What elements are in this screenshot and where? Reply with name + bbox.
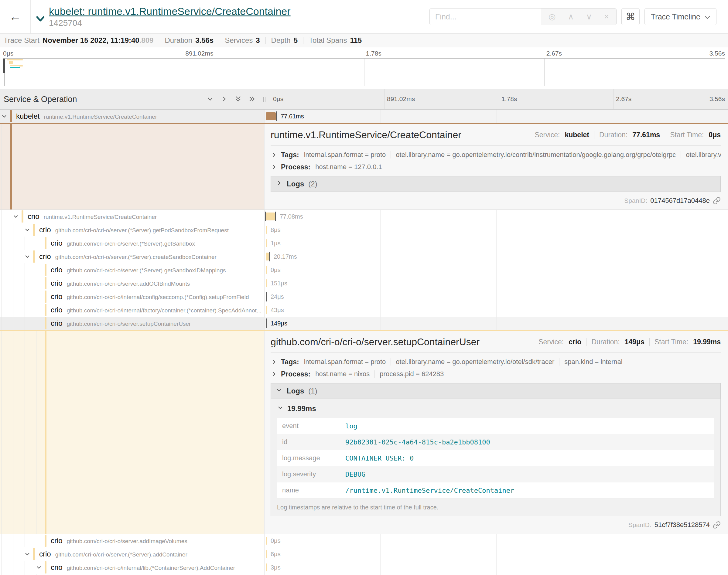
axis-tick: 3.56s xyxy=(709,95,725,103)
span-duration-bar[interactable] xyxy=(266,112,276,120)
expand-one-icon[interactable] xyxy=(217,94,231,105)
next-match-icon[interactable]: ∨ xyxy=(586,12,592,22)
span-timeline-cell[interactable]: 77.61ms xyxy=(264,110,728,123)
prev-match-icon[interactable]: ∧ xyxy=(568,12,574,22)
find-nav-icons: ◎ ∧ ∨ × xyxy=(541,8,616,25)
expand-all-icon[interactable] xyxy=(245,94,259,105)
span-duration-bar[interactable] xyxy=(266,212,275,221)
span-duration-bar[interactable] xyxy=(266,564,267,571)
span-name-cell[interactable]: criogithub.com/cri-o/cri-o/server.(*Serv… xyxy=(0,250,264,263)
span-timeline-cell[interactable]: 43μs xyxy=(264,303,728,317)
span-duration-bar[interactable] xyxy=(266,306,267,314)
logs-label: Logs xyxy=(287,180,304,188)
log-entry-timestamp[interactable]: 19.99ms xyxy=(277,404,714,413)
span-name-cell[interactable]: criogithub.com/cri-o/cri-o/internal/conf… xyxy=(0,290,264,303)
span-row[interactable]: criogithub.com/cri-o/cri-o/internal/fact… xyxy=(0,303,728,317)
span-row[interactable]: criogithub.com/cri-o/cri-o/server.(*Serv… xyxy=(0,223,728,236)
process-row[interactable]: Process:host.name = nixosprocess.pid = 6… xyxy=(271,368,721,380)
span-row[interactable]: criogithub.com/cri-o/cri-o/server.(*Serv… xyxy=(0,236,728,250)
span-timeline-cell[interactable]: 0μs xyxy=(264,263,728,277)
span-duration-bar[interactable] xyxy=(266,550,267,558)
span-row[interactable]: criogithub.com/cri-o/cri-o/server.addIma… xyxy=(0,534,728,547)
minimap-canvas[interactable] xyxy=(3,58,725,86)
trace-title-link[interactable]: kubelet: runtime.v1.RuntimeService/Creat… xyxy=(49,5,291,17)
row-expander-chevron-icon[interactable] xyxy=(1,113,8,120)
row-expander-chevron-icon[interactable] xyxy=(24,551,31,557)
span-duration-bar[interactable] xyxy=(266,226,267,234)
detail-header: runtime.v1.RuntimeService/CreateContaine… xyxy=(271,129,721,141)
span-timeline-cell[interactable]: 77.08ms xyxy=(264,210,728,223)
tags-row[interactable]: Tags:internal.span.format = protootel.li… xyxy=(271,149,721,161)
collapse-all-icon[interactable] xyxy=(231,94,245,105)
span-row[interactable]: criogithub.com/cri-o/cri-o/server.setupC… xyxy=(0,317,728,330)
find-input[interactable] xyxy=(430,8,541,25)
span-name-cell[interactable]: kubeletruntime.v1.RuntimeService/CreateC… xyxy=(0,110,264,123)
row-expander-chevron-icon[interactable] xyxy=(24,253,31,260)
span-name-cell[interactable]: criogithub.com/cri-o/cri-o/server.(*Serv… xyxy=(0,547,264,561)
span-name-cell[interactable]: criogithub.com/cri-o/cri-o/server.setupC… xyxy=(0,317,264,330)
span-row[interactable]: criogithub.com/cri-o/cri-o/server.(*Serv… xyxy=(0,547,728,561)
span-labels: criogithub.com/cri-o/cri-o/server.(*Serv… xyxy=(39,226,262,234)
span-row[interactable]: kubeletruntime.v1.RuntimeService/CreateC… xyxy=(0,110,728,123)
service-color-bar xyxy=(45,304,46,316)
span-name-cell[interactable]: crioruntime.v1.RuntimeService/CreateCont… xyxy=(0,210,264,223)
span-name-cell[interactable]: criogithub.com/cri-o/cri-o/server.(*Serv… xyxy=(0,223,264,236)
collapse-one-icon[interactable] xyxy=(203,94,217,105)
row-expander-chevron-icon[interactable] xyxy=(12,213,19,220)
span-timeline-cell[interactable]: 8μs xyxy=(264,223,728,236)
span-duration-label: 149μs xyxy=(271,320,287,327)
span-name-cell[interactable]: criogithub.com/cri-o/cri-o/server.addOCI… xyxy=(0,277,264,290)
service-color-bar xyxy=(33,548,35,560)
chevron-down-icon xyxy=(705,12,710,21)
span-timeline-cell[interactable]: 6μs xyxy=(264,547,728,561)
trace-collapse-chevron-icon[interactable] xyxy=(36,16,45,24)
minimap-gridline xyxy=(544,59,544,86)
span-detail-row: github.com/cri-o/cri-o/server.setupConta… xyxy=(0,330,728,534)
span-name-cell[interactable]: criogithub.com/cri-o/cri-o/server.(*Serv… xyxy=(0,263,264,277)
span-timeline-cell[interactable]: 151μs xyxy=(264,277,728,290)
span-row[interactable]: criogithub.com/cri-o/cri-o/internal/conf… xyxy=(0,290,728,303)
span-row[interactable]: criogithub.com/cri-o/cri-o/server.(*Serv… xyxy=(0,250,728,263)
span-timeline-cell[interactable]: 20.17ms xyxy=(264,250,728,263)
keyboard-shortcuts-button[interactable]: ⌘ xyxy=(621,8,640,25)
back-button[interactable]: ← xyxy=(0,0,30,33)
span-duration-bar[interactable] xyxy=(266,537,267,545)
span-row[interactable]: criogithub.com/cri-o/cri-o/internal/lib.… xyxy=(0,561,728,574)
deep-link-icon[interactable] xyxy=(713,197,721,205)
span-timeline-cell[interactable]: 0μs xyxy=(264,534,728,547)
span-row[interactable]: criogithub.com/cri-o/cri-o/server.addOCI… xyxy=(0,277,728,290)
span-timeline-cell[interactable]: 24μs xyxy=(264,290,728,303)
span-name-cell[interactable]: criogithub.com/cri-o/cri-o/server.addIma… xyxy=(0,534,264,547)
span-name-cell[interactable]: criogithub.com/cri-o/cri-o/server.(*Serv… xyxy=(0,236,264,250)
span-duration-bar[interactable] xyxy=(266,252,269,261)
trace-view-selector[interactable]: Trace Timeline xyxy=(644,8,717,25)
locate-icon[interactable]: ◎ xyxy=(549,12,556,22)
span-timeline-cell[interactable]: 149μs xyxy=(264,317,728,330)
clear-search-icon[interactable]: × xyxy=(604,12,609,22)
tag-item: span.kind = internal xyxy=(564,358,622,366)
span-name-cell[interactable]: criogithub.com/cri-o/cri-o/internal/fact… xyxy=(0,303,264,317)
span-duration-bar[interactable] xyxy=(266,279,267,287)
span-row[interactable]: criogithub.com/cri-o/cri-o/server.(*Serv… xyxy=(0,263,728,277)
span-row[interactable]: crioruntime.v1.RuntimeService/CreateCont… xyxy=(0,210,728,223)
indent-guide xyxy=(13,277,13,290)
indent-guide xyxy=(13,236,13,250)
span-timeline-cell[interactable]: 3μs xyxy=(264,561,728,574)
tags-row[interactable]: Tags:internal.span.format = protootel.li… xyxy=(271,356,721,368)
row-expander-chevron-icon[interactable] xyxy=(24,227,31,233)
service-color-bar xyxy=(45,264,46,276)
span-name-cell[interactable]: criogithub.com/cri-o/cri-o/internal/lib.… xyxy=(0,561,264,574)
minimap-drag-handle[interactable] xyxy=(3,59,5,73)
process-row[interactable]: Process:host.name = 127.0.0.1 xyxy=(271,161,721,173)
span-timeline-cell[interactable]: 1μs xyxy=(264,236,728,250)
indent-guide xyxy=(13,263,13,277)
row-expander-chevron-icon[interactable] xyxy=(36,564,42,571)
span-labels: criogithub.com/cri-o/cri-o/server.(*Serv… xyxy=(51,239,262,247)
span-duration-bar[interactable] xyxy=(266,266,267,274)
deep-link-icon[interactable] xyxy=(713,521,721,529)
logs-toggle-bar[interactable]: Logs(2) xyxy=(271,176,721,192)
logs-toggle-bar[interactable]: Logs(1) xyxy=(271,383,721,399)
column-resize-grip[interactable] xyxy=(263,97,265,102)
span-duration-bar[interactable] xyxy=(266,239,267,247)
detail-indent-area xyxy=(0,331,264,534)
